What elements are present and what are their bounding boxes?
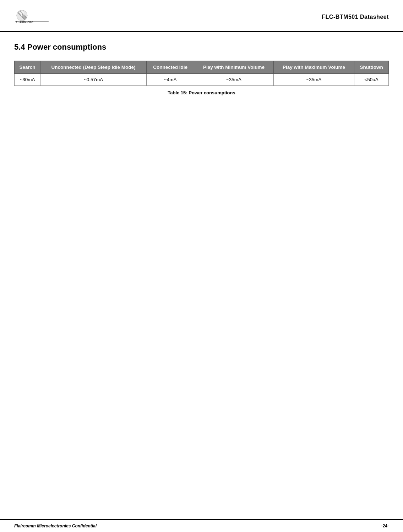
page-footer: Flaircomm Microelectronics Confidential … bbox=[0, 519, 403, 532]
col-header-play-max: Play with Maximum Volume bbox=[273, 61, 354, 74]
col-header-search: Search bbox=[15, 61, 40, 74]
page-header: FLAIRMICRO FLC-BTM501 Datasheet bbox=[0, 0, 403, 32]
power-consumption-table: Search Unconnected (Deep Sleep Idle Mode… bbox=[14, 61, 389, 86]
logo-area: FLAIRMICRO bbox=[14, 6, 50, 28]
footer-page-number: -24- bbox=[381, 523, 389, 528]
table-row: ~30mA ~0.57mA ~4mA ~35mA ~35mA <50uA bbox=[15, 74, 389, 86]
cell-play-max-value: ~35mA bbox=[273, 74, 354, 86]
col-header-play-min: Play with Minimum Volume bbox=[194, 61, 274, 74]
table-caption: Table 15: Power consumptions bbox=[14, 90, 389, 95]
svg-text:FLAIRMICRO: FLAIRMICRO bbox=[16, 21, 33, 23]
page-container: FLAIRMICRO FLC-BTM501 Datasheet 5.4 Powe… bbox=[0, 0, 403, 532]
table-header-row: Search Unconnected (Deep Sleep Idle Mode… bbox=[15, 61, 389, 74]
main-content: 5.4 Power consumptions Search Unconnecte… bbox=[0, 32, 403, 110]
cell-unconnected-value: ~0.57mA bbox=[40, 74, 147, 86]
cell-shutdown-value: <50uA bbox=[354, 74, 389, 86]
document-title: FLC-BTM501 Datasheet bbox=[322, 14, 389, 20]
col-header-unconnected: Unconnected (Deep Sleep Idle Mode) bbox=[40, 61, 147, 74]
footer-company-name: Flaircomm Microelectronics Confidential bbox=[14, 523, 97, 528]
section-heading: 5.4 Power consumptions bbox=[14, 43, 389, 52]
cell-search-value: ~30mA bbox=[15, 74, 40, 86]
col-header-shutdown: Shutdown bbox=[354, 61, 389, 74]
cell-play-min-value: ~35mA bbox=[194, 74, 274, 86]
col-header-connected-idle: Connected Idle bbox=[147, 61, 194, 74]
cell-connected-idle-value: ~4mA bbox=[147, 74, 194, 86]
company-logo: FLAIRMICRO bbox=[14, 6, 50, 28]
power-consumption-table-wrapper: Search Unconnected (Deep Sleep Idle Mode… bbox=[14, 61, 389, 86]
